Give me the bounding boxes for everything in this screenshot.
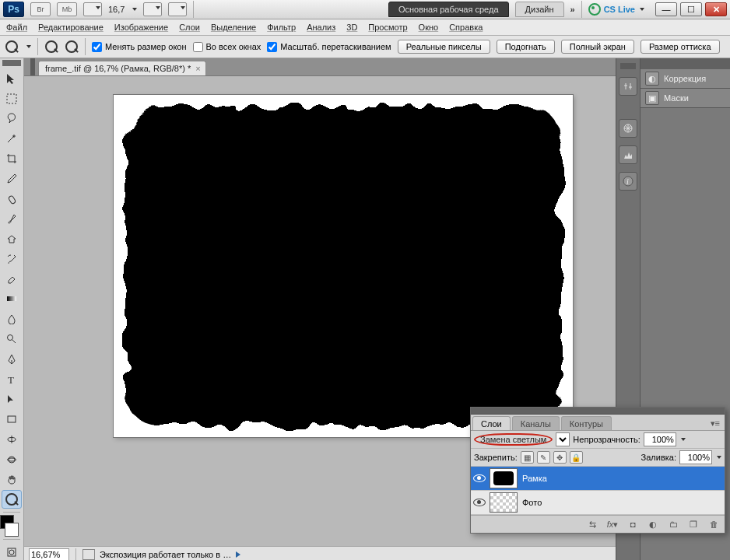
fill-input[interactable] [679,450,712,464]
bg-color[interactable] [5,523,19,537]
zoom-out-button[interactable] [65,40,79,54]
status-more-icon[interactable] [236,551,240,558]
menu-help[interactable]: Справка [449,23,483,32]
arrange-docs-menu[interactable] [83,2,102,16]
chevron-right-icon[interactable] [681,438,686,441]
layer-row[interactable]: Рамка [471,467,725,491]
link-layers-icon[interactable]: ⇆ [586,519,598,530]
tool-lasso[interactable] [2,109,22,128]
chevron-right-icon[interactable] [717,456,721,459]
tool-path-select[interactable] [2,390,22,408]
workspace-design-tab[interactable]: Дизайн [515,2,564,17]
adjustment-layer-icon[interactable]: ◐ [647,519,659,530]
panel-wheel-icon[interactable] [619,119,637,138]
tool-eyedropper[interactable] [2,170,22,188]
tool-move[interactable] [2,69,22,88]
menu-filter[interactable]: Фильтр [267,23,296,32]
layers-panel[interactable]: Слои Каналы Контуры ▾≡ Замена светлым Не… [470,407,725,534]
fit-screen-button[interactable]: Подогнать [497,40,555,54]
current-tool-icon[interactable] [5,40,19,54]
tab-channels[interactable]: Каналы [512,416,560,430]
tool-clone[interactable] [2,229,22,248]
title-zoom-value[interactable]: 16,7 [108,5,125,14]
tool-blur[interactable] [2,310,22,328]
menu-3d[interactable]: 3D [346,23,357,32]
screen-mode-menu[interactable] [143,2,162,16]
layer-mask-icon[interactable]: ◘ [626,519,639,530]
panel-adjustments-icon[interactable] [619,77,637,96]
resize-windows-checkbox[interactable]: Менять размер окон [92,42,187,52]
panel-info-icon[interactable]: i [619,172,637,191]
menu-select[interactable]: Выделение [211,23,256,32]
panel-masks[interactable]: ▣ Маски [641,89,730,108]
zoom-in-button[interactable] [44,40,58,54]
layer-group-icon[interactable]: 🗀 [667,519,679,530]
panel-drag-handle[interactable] [471,408,725,415]
layer-name[interactable]: Фото [522,498,542,507]
tool-brush[interactable] [2,209,22,228]
tool-dodge[interactable] [2,330,22,348]
layer-thumbnail[interactable] [490,492,518,513]
workspace-essentials-tab[interactable]: Основная рабочая среда [388,2,509,17]
menu-image[interactable]: Изображение [114,23,168,32]
cs-live-button[interactable]: CS Live [588,3,644,16]
menu-window[interactable]: Окно [419,23,439,32]
layer-thumbnail[interactable] [490,468,518,488]
tool-eraser[interactable] [2,270,22,289]
menu-layer[interactable]: Слои [179,23,200,32]
all-windows-checkbox[interactable]: Во всех окнах [193,42,261,52]
doc-dims-icon[interactable] [82,549,95,560]
maximize-button[interactable]: ☐ [680,2,702,16]
minibridge-badge[interactable]: Mb [57,2,77,16]
tool-pen[interactable] [2,350,22,369]
extras-menu[interactable] [168,2,187,16]
opacity-input[interactable] [644,432,676,446]
document-canvas[interactable] [114,95,573,437]
bridge-badge[interactable]: Br [30,2,51,16]
menu-file[interactable]: Файл [6,23,27,32]
close-tab-icon[interactable]: × [195,64,200,73]
menu-edit[interactable]: Редактирование [38,23,104,32]
menu-analysis[interactable]: Анализ [307,23,335,32]
lock-all-icon[interactable]: 🔒 [570,451,583,464]
tool-3d-orbit[interactable] [2,450,22,469]
print-size-button[interactable]: Размер оттиска [641,40,720,54]
color-swatches[interactable] [2,515,21,537]
panel-histogram-icon[interactable] [619,145,637,164]
layer-name[interactable]: Рамка [522,474,547,483]
zoom-input[interactable] [29,548,69,560]
more-workspaces[interactable]: » [570,5,575,14]
document-tab[interactable]: frame_.tif @ 16,7% (Рамка, RGB/8*) * × [38,61,206,75]
tool-3d-rotate[interactable] [2,430,22,449]
tab-layers[interactable]: Слои [472,416,511,430]
blend-mode-select[interactable] [556,432,570,446]
delete-layer-icon[interactable]: 🗑 [707,519,720,530]
tool-healing[interactable] [2,190,22,208]
tool-marquee[interactable] [2,89,22,108]
panel-menu-icon[interactable]: ▾≡ [706,417,725,430]
close-button[interactable]: ✕ [705,2,727,16]
tab-paths[interactable]: Контуры [561,416,612,430]
lock-position-icon[interactable]: ✥ [553,451,567,464]
tool-history-brush[interactable] [2,250,22,268]
visibility-toggle[interactable] [474,473,485,484]
layer-row[interactable]: Фото [471,491,725,515]
menu-view[interactable]: Просмотр [368,23,407,32]
tool-crop[interactable] [2,149,22,168]
actual-pixels-button[interactable]: Реальные пикселы [398,40,490,54]
full-screen-button[interactable]: Полный экран [561,40,634,54]
visibility-toggle[interactable] [474,497,485,508]
minimize-button[interactable]: — [655,2,677,16]
tool-zoom[interactable] [2,490,22,509]
panel-corrections[interactable]: ◐ Коррекция [641,69,730,89]
lock-pixels-icon[interactable]: ✎ [537,451,550,464]
lock-transparency-icon[interactable]: ▦ [521,451,534,464]
layer-fx-icon[interactable]: fx▾ [606,519,619,530]
tool-type[interactable]: T [2,370,22,389]
tool-shape[interactable] [2,410,22,429]
new-layer-icon[interactable]: ❐ [687,519,700,530]
quickmask-toggle[interactable] [2,543,22,560]
tool-magic-wand[interactable] [2,129,22,148]
tool-gradient[interactable] [2,290,22,309]
scrubby-zoom-checkbox[interactable]: Масштаб. перетаскиванием [267,42,391,52]
